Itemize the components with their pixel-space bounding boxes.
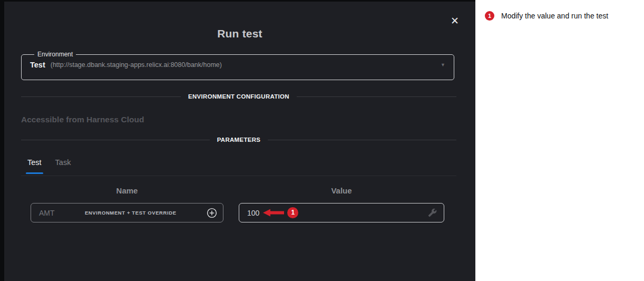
annotation-panel: 1 Modify the value and run the test xyxy=(475,0,644,281)
add-parameter-icon[interactable] xyxy=(207,208,217,218)
column-header-name: Name xyxy=(31,186,223,195)
annotation-item: 1 Modify the value and run the test xyxy=(475,0,644,21)
parameter-name-field[interactable]: AMT ENVIRONMENT + TEST OVERRIDE xyxy=(31,203,223,222)
environment-configuration-label: ENVIRONMENT CONFIGURATION xyxy=(188,93,289,100)
parameter-name-text: AMT xyxy=(39,209,55,217)
environment-selected-option[interactable]: Test (http://stage.dbank.staging-apps.re… xyxy=(30,61,445,69)
screen: ✕ Run test Environment Test (http://stag… xyxy=(0,0,644,281)
override-scope-label: ENVIRONMENT + TEST OVERRIDE xyxy=(55,210,207,216)
annotation-arrow-left-icon xyxy=(263,209,284,217)
parameters-divider: PARAMETERS xyxy=(21,137,456,143)
close-icon[interactable]: ✕ xyxy=(449,15,461,27)
annotation-number-badge: 1 xyxy=(485,11,494,21)
tabs-bottom-border xyxy=(21,176,456,176)
parameters-label: PARAMETERS xyxy=(217,137,261,143)
environment-configuration-divider: ENVIRONMENT CONFIGURATION xyxy=(21,93,456,100)
divider-line xyxy=(268,140,456,140)
environment-legend: Environment xyxy=(34,51,76,58)
parameter-value-input[interactable]: 100 1 xyxy=(239,203,444,222)
environment-select[interactable]: Environment Test (http://stage.dbank.sta… xyxy=(21,51,454,80)
dialog-title: Run test xyxy=(4,27,475,40)
tab-task[interactable]: Task xyxy=(55,158,71,173)
run-test-dialog: ✕ Run test Environment Test (http://stag… xyxy=(4,2,475,281)
annotation-text: Modify the value and run the test xyxy=(501,11,608,21)
parameters-tabs: Test Task xyxy=(27,158,71,173)
harness-cloud-note: Accessible from Harness Cloud xyxy=(21,115,144,124)
wrench-icon[interactable] xyxy=(428,208,437,217)
column-header-value: Value xyxy=(239,186,444,195)
divider-line xyxy=(297,96,456,97)
chevron-down-icon[interactable]: ▼ xyxy=(441,62,445,67)
environment-url: (http://stage.dbank.staging-apps.relicx.… xyxy=(51,61,222,69)
parameter-value-text: 100 xyxy=(247,209,259,217)
tab-test[interactable]: Test xyxy=(27,158,42,173)
environment-name: Test xyxy=(30,61,45,69)
divider-line xyxy=(21,96,181,97)
divider-line xyxy=(21,140,210,140)
annotation-step-badge: 1 xyxy=(287,207,298,218)
